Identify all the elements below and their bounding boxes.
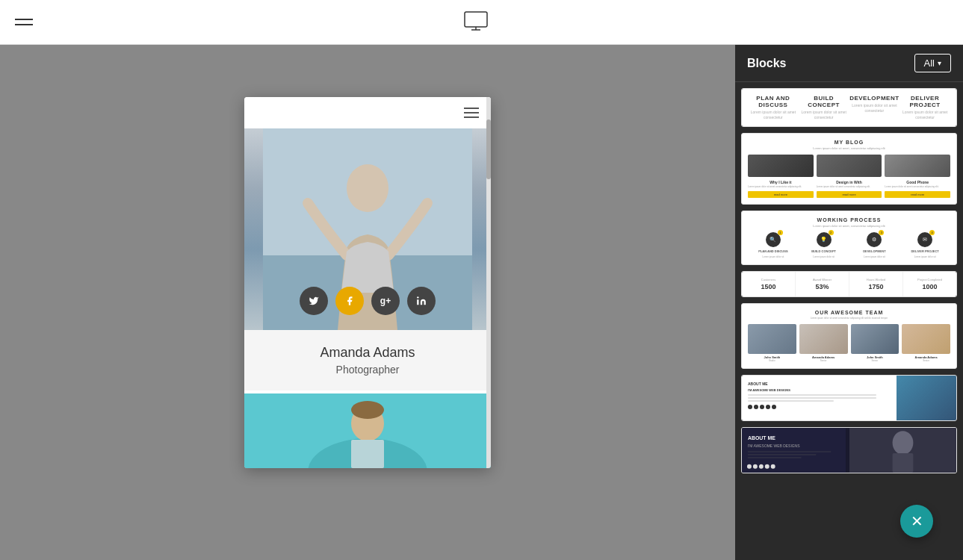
scrollbar-thumb: [486, 119, 491, 179]
about-block[interactable]: ABOUT ME I'M AWESOME WEB DESIGNS: [741, 375, 957, 421]
about-dark-block[interactable]: ABOUT ME I'M AWESOME WEB DESIGNS: [741, 427, 957, 473]
blog-item-3-text: Lorem ipsum dolor sit amet consectetur a…: [885, 186, 950, 189]
fab-close-button[interactable]: ✕: [900, 505, 933, 538]
star-2: [754, 405, 758, 409]
header: [0, 0, 963, 45]
stat-customers-label: Customers: [745, 278, 792, 281]
google-plus-icon[interactable]: g+: [371, 287, 400, 315]
team-avatar-1: [748, 324, 796, 354]
about-stars: [748, 405, 891, 409]
step3-icon: ⚙ 3: [867, 232, 882, 247]
stat-projects: Project Completed 1000: [903, 272, 956, 296]
step4-icon: ✉ 4: [917, 232, 932, 247]
canvas-area: g+ Amanda Adams Photographer: [0, 45, 735, 560]
about-subtitle: I'M AWESOME WEB DESIGNS: [748, 388, 891, 392]
mobile-nav-bar: [244, 97, 491, 128]
step1-text: Lorem ipsum dolor sit: [757, 255, 790, 258]
twitter-icon[interactable]: [300, 287, 328, 315]
stat-customers: Customers 1500: [742, 272, 796, 296]
sidebar-header: Blocks All ▾: [735, 45, 963, 82]
social-icons-row: g+: [244, 287, 491, 315]
right-sidebar: Blocks All ▾ PLAN AND DISCUSS Lorem ipsu…: [735, 45, 963, 560]
team-avatar-3: [851, 324, 899, 354]
team-avatar-4: [902, 324, 950, 354]
blog-image-1: [748, 155, 814, 177]
about-inner: ABOUT ME I'M AWESOME WEB DESIGNS: [742, 376, 956, 420]
working-title: WORKING PROCESS: [748, 217, 950, 223]
chevron-down-icon: ▾: [938, 59, 941, 67]
star-3: [760, 405, 764, 409]
svg-point-5: [347, 164, 388, 212]
stat-projects-value: 1000: [906, 283, 953, 290]
svg-point-11: [351, 401, 384, 419]
blog-item-1-text: Lorem ipsum dolor sit amet consectetur a…: [748, 186, 814, 189]
team-role-3: Senior: [851, 359, 899, 362]
svg-point-21: [759, 464, 764, 469]
blog-item-1-btn[interactable]: read more: [748, 191, 814, 198]
svg-point-20: [753, 464, 758, 469]
about-left: ABOUT ME I'M AWESOME WEB DESIGNS: [742, 376, 897, 420]
blog-item-3-title: Good Phone: [885, 180, 950, 184]
profile-title: Photographer: [256, 364, 479, 376]
blog-block[interactable]: MY BLOG Lorem ipsum dolor sit amet, cons…: [741, 133, 957, 205]
mobile-preview: g+ Amanda Adams Photographer: [244, 97, 491, 468]
profile-info: Amanda Adams Photographer: [244, 330, 491, 391]
working-process-block[interactable]: WORKING PROCESS Lorem ipsum dolor sit am…: [741, 211, 957, 265]
about-dark-inner: ABOUT ME I'M AWESOME WEB DESIGNS: [742, 428, 956, 473]
svg-point-19: [747, 464, 752, 469]
preview-scrollbar[interactable]: [486, 97, 491, 468]
team-avatar-2: [799, 324, 848, 354]
team-role-2: Senior: [799, 359, 848, 362]
sidebar-content: PLAN AND DISCUSS Lorem ipsum dolor sit a…: [735, 82, 963, 560]
step1-label: PLAN AND DISCUSS: [758, 249, 787, 253]
step2-label: BUILD CONCEPT: [811, 249, 836, 253]
working-step-1: 🔍 1 PLAN AND DISCUSS Lorem ipsum dolor s…: [757, 232, 790, 258]
all-filter-button[interactable]: All ▾: [914, 54, 951, 72]
blog-images: [748, 155, 950, 177]
blog-item-2-btn[interactable]: read more: [817, 191, 882, 198]
star-1: [748, 405, 752, 409]
stat-award: Award Winner 53%: [796, 272, 849, 296]
stats-block[interactable]: Customers 1500 Award Winner 53% Hours Wo…: [741, 271, 957, 297]
svg-point-23: [771, 464, 775, 469]
all-button-label: All: [924, 57, 935, 69]
working-step-4: ✉ 4 DELIVER PROJECT Lorem ipsum dolor si…: [908, 232, 941, 258]
about-line-2: [748, 397, 876, 399]
profile-image: g+: [244, 128, 491, 330]
stat-award-label: Award Winner: [799, 278, 846, 281]
close-icon: ✕: [911, 512, 923, 530]
team-block[interactable]: OUR AWESOME TEAM Lorem ipsum dolor sit a…: [741, 303, 957, 369]
about-label: ABOUT ME: [748, 382, 891, 386]
step4-badge: 4: [929, 230, 935, 235]
stat-award-value: 53%: [799, 283, 846, 290]
facebook-icon[interactable]: [335, 287, 364, 315]
step3-text: Lorem ipsum dolor sit: [858, 255, 891, 258]
team-member-2: Amanda Adams Senior: [799, 324, 848, 362]
team-member-4: Amanda Adams Senior: [902, 324, 950, 362]
hamburger-menu[interactable]: [15, 19, 33, 25]
blog-subtitle: Lorem ipsum dolor sit amet, consectetur …: [748, 146, 950, 150]
blog-item-3-btn[interactable]: read more: [885, 191, 950, 198]
second-card-preview: [244, 393, 491, 468]
blog-image-3: [885, 155, 950, 177]
blog-item-2-text: Lorem ipsum dolor sit amet consectetur a…: [817, 186, 882, 189]
svg-rect-0: [465, 12, 487, 27]
working-steps: 🔍 1 PLAN AND DISCUSS Lorem ipsum dolor s…: [748, 232, 950, 258]
mobile-hamburger[interactable]: [464, 108, 479, 118]
linkedin-icon[interactable]: [407, 287, 436, 315]
svg-rect-26: [893, 453, 914, 473]
about-line-1: [748, 394, 876, 396]
stat-hours-label: Hours Worked: [852, 278, 899, 281]
about-line-3: [748, 400, 834, 402]
working-subtitle: Lorem ipsum dolor sit amet, consectetur …: [748, 224, 950, 228]
team-members: John Smith Studio Amanda Adams Senior Jo…: [748, 324, 950, 362]
step1-icon: 🔍 1: [766, 232, 781, 247]
process-top-block[interactable]: PLAN AND DISCUSS Lorem ipsum dolor sit a…: [741, 88, 957, 127]
step2-icon: 💡 2: [817, 232, 832, 247]
svg-text:ABOUT ME: ABOUT ME: [748, 435, 775, 441]
blog-item-1: Why I Like it Lorem ipsum dolor sit amet…: [748, 180, 814, 198]
team-role-4: Senior: [902, 359, 950, 362]
step3-label: DEVELOPMENT: [863, 249, 885, 253]
svg-text:I'M AWESOME WEB DESIGNS: I'M AWESOME WEB DESIGNS: [748, 444, 800, 448]
stats-row: Customers 1500 Award Winner 53% Hours Wo…: [742, 272, 956, 296]
